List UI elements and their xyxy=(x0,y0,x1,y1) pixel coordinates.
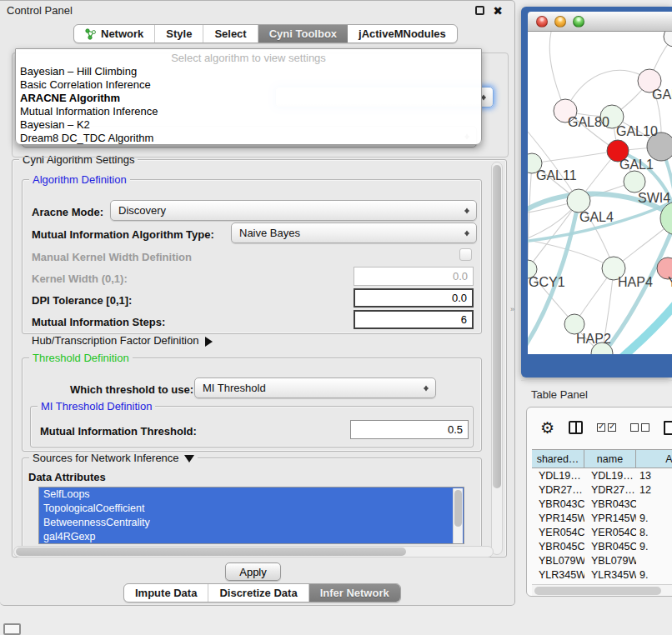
manual-kernel-checkbox[interactable] xyxy=(459,248,472,261)
zoom-traffic-light-icon[interactable] xyxy=(573,16,584,28)
stepper-arrows-icon xyxy=(464,228,471,238)
table-cell xyxy=(636,497,672,511)
attribute-item-gal4rgexp[interactable]: gal4RGexp xyxy=(39,530,464,544)
attribute-item-topologicalcoefficient[interactable]: TopologicalCoefficient xyxy=(39,502,464,516)
dpi-tolerance-label: DPI Tolerance [0,1]: xyxy=(32,294,132,307)
table-horizontal-scrollbar[interactable] xyxy=(532,584,672,596)
tab-infer-network[interactable]: Infer Network xyxy=(309,584,400,602)
node-label-gal4: GAL4 xyxy=(579,210,614,224)
stepper-arrows-icon xyxy=(423,382,430,393)
aracne-mode-combo[interactable]: Discovery xyxy=(110,200,477,221)
data-attributes-list[interactable]: SelfLoopsTopologicalCoefficientBetweenne… xyxy=(38,487,464,544)
mi-steps-field[interactable]: 6 xyxy=(354,310,474,329)
table-row[interactable]: YBR043CYBR043C xyxy=(532,497,672,511)
node-label-gal1: GAL1 xyxy=(619,158,654,172)
mi-threshold-label: Mutual Information Threshold: xyxy=(40,425,197,438)
column-header-2[interactable]: name xyxy=(584,450,636,468)
close-traffic-light-icon[interactable] xyxy=(536,16,548,28)
attributes-scroll-thumb[interactable] xyxy=(454,490,462,527)
attribute-item-betweennesscentrality[interactable]: BetweennessCentrality xyxy=(39,516,464,530)
unchecked-pair-icon[interactable] xyxy=(630,423,649,432)
algorithm-dropdown-popup: Select algorithm to view settingsBayesia… xyxy=(15,48,482,145)
tab-jactivemnodules[interactable]: jActiveMNodules xyxy=(348,25,457,42)
dpi-tolerance-field[interactable]: 0.0 xyxy=(354,288,474,308)
tab-label: Style xyxy=(166,28,192,40)
sources-group-title[interactable]: Sources for Network Inference xyxy=(29,452,198,468)
settings-vscroll-thumb[interactable] xyxy=(493,165,501,488)
network-view-window: GALGAL80GAL10GAL1GAL11SWI4GAL4GCY1HAP4YH… xyxy=(521,7,672,378)
tab-style[interactable]: Style xyxy=(155,25,203,42)
network-node-gal4[interactable] xyxy=(567,189,590,212)
collapsed-panel-icon[interactable] xyxy=(3,623,21,635)
node-label-hap2: HAP2 xyxy=(576,332,611,346)
split-divider-handle[interactable]: » xyxy=(510,305,514,313)
collapse-down-icon xyxy=(184,455,194,468)
table-row[interactable]: YBR045CYBR045C9. xyxy=(532,539,672,553)
network-node-swi4[interactable] xyxy=(624,171,645,192)
network-edge[interactable] xyxy=(549,32,565,111)
table-panel-divider xyxy=(521,380,672,381)
file-icon[interactable] xyxy=(664,421,672,435)
table-cell: 8. xyxy=(636,525,672,539)
mi-type-value: Naive Bayes xyxy=(239,227,300,239)
table-cell: YBR045C xyxy=(584,539,636,553)
table-hscroll-thumb[interactable] xyxy=(534,587,661,595)
tab-network[interactable]: Network xyxy=(74,25,155,42)
dropdown-item-dream8-dc-tdc-algorithm[interactable]: Dream8 DC_TDC Algorithm xyxy=(16,132,481,145)
node-label-hap4: HAP4 xyxy=(618,275,653,289)
network-node[interactable] xyxy=(664,32,672,47)
apply-button[interactable]: Apply xyxy=(225,562,281,581)
network-edge-thick[interactable] xyxy=(621,303,672,354)
stepper-arrows-icon xyxy=(464,205,471,216)
columns-icon[interactable] xyxy=(569,421,583,434)
table-row[interactable]: YLR345WYLR345W9. xyxy=(532,568,672,582)
tab-label: Cyni Toolbox xyxy=(269,28,337,40)
table-row[interactable]: YPR145WYPR145W9. xyxy=(532,511,672,525)
table-cell: 9. xyxy=(636,511,672,525)
mi-threshold-field[interactable]: 0.5 xyxy=(350,420,469,439)
algorithm-definition-title: Algorithm Definition xyxy=(29,173,130,186)
dropdown-item-basic-correlation-inference[interactable]: Basic Correlation Inference xyxy=(16,78,481,92)
screen: Control Panel ✖ NetworkStyleSelectCyni T… xyxy=(0,0,672,635)
settings-vertical-scrollbar[interactable] xyxy=(491,162,503,555)
dropdown-item-mutual-information-inference[interactable]: Mutual Information Inference xyxy=(16,105,481,118)
float-window-icon[interactable] xyxy=(475,6,484,15)
table-row[interactable]: YDR27…YDR27…12 xyxy=(532,482,672,497)
settings-hscroll-thumb[interactable] xyxy=(16,548,406,556)
gear-icon[interactable]: ⚙ xyxy=(540,420,554,436)
table-cell: YBR045C xyxy=(532,539,584,553)
column-header-3[interactable]: A xyxy=(636,450,672,468)
network-canvas[interactable]: GALGAL80GAL10GAL1GAL11SWI4GAL4GCY1HAP4YH… xyxy=(528,32,672,354)
tab-impute-data[interactable]: Impute Data xyxy=(124,584,208,602)
network-window-titlebar[interactable] xyxy=(528,12,672,32)
aracne-mode-label: Aracne Mode: xyxy=(32,206,103,218)
settings-horizontal-scrollbar[interactable] xyxy=(13,546,494,558)
table-cell: YPR145W xyxy=(584,511,636,525)
which-threshold-combo[interactable]: MI Threshold xyxy=(194,378,436,398)
dropdown-item-bayesian-hill-climbing[interactable]: Bayesian – Hill Climbing xyxy=(16,65,481,78)
tab-discretize-data[interactable]: Discretize Data xyxy=(208,584,308,602)
table-row[interactable]: YDL19…YDL19…13 xyxy=(532,468,672,482)
network-edge[interactable] xyxy=(565,70,649,111)
dropdown-item-bayesian-k2[interactable]: Bayesian – K2 xyxy=(16,118,481,132)
tab-cyni-toolbox[interactable]: Cyni Toolbox xyxy=(258,25,348,42)
table-row[interactable]: YER054CYER054C8. xyxy=(532,525,672,539)
hub-definition-expander[interactable]: Hub/Transcription Factor Definition xyxy=(32,334,218,347)
node-label-gal11: GAL11 xyxy=(536,168,577,182)
close-icon[interactable]: ✖ xyxy=(493,4,503,18)
attribute-item-selfloops[interactable]: SelfLoops xyxy=(39,488,464,502)
minimize-traffic-light-icon[interactable] xyxy=(554,16,566,28)
mi-threshold-group-title: MI Threshold Definition xyxy=(38,400,155,412)
checked-pair-icon[interactable] xyxy=(597,423,616,432)
kernel-width-field[interactable]: 0.0 xyxy=(354,267,474,286)
network-edge[interactable] xyxy=(528,163,532,269)
table-cell: YBL079W xyxy=(532,553,584,568)
column-header-1[interactable]: shared… xyxy=(532,450,584,468)
tab-select[interactable]: Select xyxy=(203,25,258,42)
table-row[interactable]: YBL079WYBL079W xyxy=(532,553,672,568)
mi-type-combo[interactable]: Naive Bayes xyxy=(231,222,477,243)
network-graph[interactable]: GALGAL80GAL10GAL1GAL11SWI4GAL4GCY1HAP4YH… xyxy=(528,32,672,354)
node-label-swi4: SWI4 xyxy=(638,191,670,205)
attributes-scrollbar[interactable] xyxy=(453,488,463,543)
dropdown-item-aracne-algorithm[interactable]: ARACNE Algorithm xyxy=(16,92,481,105)
